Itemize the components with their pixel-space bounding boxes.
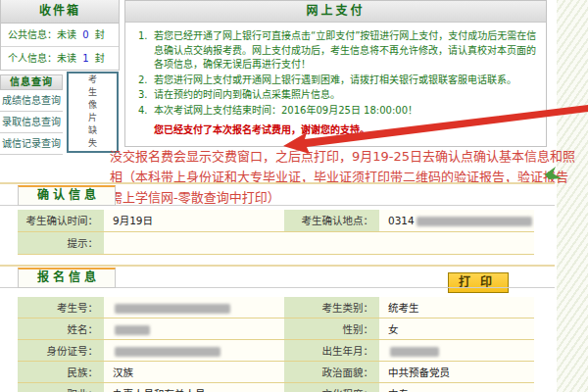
signup-info-table: 考生号：考生类别：统考生姓名：性别：女身份证号：出生年月：民族：汉族政治面貌：中… (18, 297, 534, 392)
field-label: 提示： (18, 232, 104, 255)
inbox-panel: 收件箱 公共信息：未读 0 封个人信息：未读 1 封 (0, 0, 120, 71)
instruction-text: 本次考试网上支付结束时间：2016年09月25日 18:00:00！ (154, 104, 538, 119)
photo-missing-text: 考生像片缺失 (86, 74, 99, 151)
exam-registration-page: 收件箱 公共信息：未读 0 封个人信息：未读 1 封 信息查询 成绩信息查询录取… (0, 0, 588, 392)
inbox-row[interactable]: 个人信息：未读 1 封 (1, 47, 119, 70)
inbox-unit: 封 (95, 53, 105, 64)
field-value: 统考生 (379, 297, 534, 318)
table-row: 提示： (18, 232, 534, 255)
info-query-menu: 成绩信息查询录取信息查询诚信记录查询 (0, 90, 63, 155)
signup-info-section: 报名信息 打印 考生号：考生类别：统考生姓名：性别：女身份证号：出生年月：民族：… (0, 265, 555, 392)
field-value (104, 297, 284, 318)
field-label: 性别： (284, 318, 379, 340)
censored-value (115, 347, 220, 357)
tab-confirm-info: 确认信息 (18, 185, 116, 206)
inbox-row-label: 个人信息：未读 (8, 53, 76, 64)
instruction-text: 请在预约的时间内到确认点采集照片信息。 (154, 88, 538, 103)
field-label: 政治面貌： (284, 362, 379, 383)
print-button[interactable]: 打印 (448, 272, 509, 293)
field-value: 中共预备党员 (379, 362, 534, 383)
field-value: 女 (379, 318, 534, 340)
query-item-2[interactable]: 诚信记录查询 (0, 133, 63, 155)
field-label: 文化程度： (284, 383, 379, 392)
online-payment-panel: 网上支付 1.若您已经开通了网上银行可直接点击“立即支付”按钮进行网上支付，支付… (124, 0, 547, 147)
instruction-text: 若您已经开通了网上银行可直接点击“立即支付”按钮进行网上支付，支付成功后无需在信… (154, 29, 538, 73)
payment-instruction: 4.本次考试网上支付结束时间：2016年09月25日 18:00:00！ (138, 104, 538, 119)
field-label: 考生类别： (284, 297, 379, 318)
paid-notice: 您已经支付了本次报名考试费用，谢谢您的支持。 (154, 122, 546, 136)
table-row: 考生号：考生类别：统考生 (18, 297, 534, 318)
table-row: 考生确认时间：9月19日考生确认地点：0314 (18, 210, 534, 232)
field-label: 考生确认地点： (284, 210, 379, 232)
inbox-unit: 封 (95, 29, 105, 40)
instruction-number: 4. (138, 104, 154, 119)
instruction-number: 2. (138, 74, 154, 88)
online-payment-title: 网上支付 (125, 1, 546, 23)
payment-instruction: 2.若您进行网上支付或开通网上银行遇到困难，请拨打相关银行或银联客服电话联系。 (138, 74, 538, 88)
censored-value (390, 347, 439, 357)
query-item-1[interactable]: 录取信息查询 (0, 112, 63, 133)
instruction-number: 1. (138, 29, 154, 73)
annotation-line: 没交报名费会显示交费窗口，之后点打印，9月19-25日去确认点确认基本信息和照 (110, 146, 586, 167)
payment-instructions: 1.若您已经开通了网上银行可直接点击“立即支付”按钮进行网上支付，支付成功后无需… (125, 23, 546, 118)
field-label: 考生确认时间： (18, 210, 104, 232)
instruction-text: 若您进行网上支付或开通网上银行遇到困难，请拨打相关银行或银联客服电话联系。 (154, 74, 538, 88)
field-label: 姓名： (18, 318, 104, 340)
field-value (104, 232, 534, 255)
field-value: 汉族 (104, 362, 284, 383)
field-value (104, 318, 284, 340)
info-query-title: 信息查询 (0, 74, 63, 90)
field-label: 考生号： (18, 297, 104, 318)
field-value: 中专 (379, 383, 534, 392)
info-query-panel: 信息查询 成绩信息查询录取信息查询诚信记录查询 (0, 74, 63, 155)
table-row: 身份证号：出生年月： (18, 340, 534, 362)
inbox-rows: 公共信息：未读 0 封个人信息：未读 1 封 (1, 24, 119, 70)
field-label: 职业： (18, 383, 104, 392)
instruction-number: 3. (138, 88, 154, 103)
inbox-unread-count: 0 (76, 29, 95, 40)
censored-value (416, 217, 532, 226)
field-value: 办事人员和有关人员 (104, 383, 284, 392)
confirm-info-section: 确认信息 考生确认时间：9月19日考生确认地点：0314提示： (0, 182, 555, 255)
photo-missing-box: 考生像片缺失 (67, 72, 119, 153)
table-row: 姓名：性别：女 (18, 318, 534, 340)
query-item-0[interactable]: 成绩信息查询 (0, 90, 63, 112)
inbox-title: 收件箱 (1, 0, 119, 24)
table-row: 民族：汉族政治面貌：中共预备党员 (18, 362, 534, 383)
field-label: 民族： (18, 362, 104, 383)
tab-signup-info: 报名信息 (18, 268, 116, 288)
censored-value (115, 304, 230, 314)
field-label: 身份证号： (18, 340, 104, 362)
field-value (104, 340, 284, 362)
censored-value (115, 325, 150, 335)
table-row: 职业：办事人员和有关人员文化程度：中专 (18, 383, 534, 392)
inbox-unread-count: 1 (76, 53, 95, 64)
inbox-row-label: 公共信息：未读 (8, 29, 76, 40)
field-value: 0314 (379, 210, 534, 232)
field-value (379, 340, 534, 362)
payment-instruction: 1.若您已经开通了网上银行可直接点击“立即支付”按钮进行网上支付，支付成功后无需… (138, 29, 538, 73)
field-label: 出生年月： (284, 340, 379, 362)
field-value: 9月19日 (104, 210, 284, 232)
inbox-row[interactable]: 公共信息：未读 0 封 (1, 24, 119, 47)
confirm-info-table: 考生确认时间：9月19日考生确认地点：0314提示： (18, 210, 534, 255)
payment-instruction: 3.请在预约的时间内到确认点采集照片信息。 (138, 88, 538, 103)
